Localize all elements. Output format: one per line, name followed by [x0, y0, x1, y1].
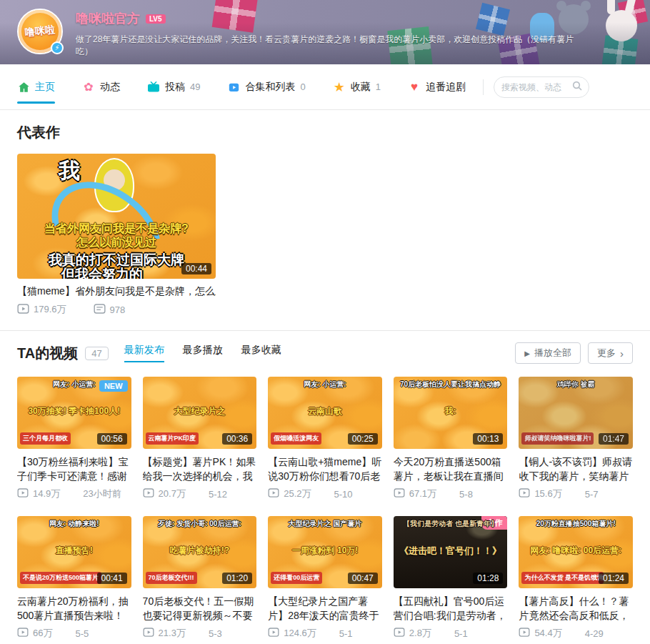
thumb-overlay-text: 【我们是劳动者 也是新青年】 — [396, 519, 506, 529]
tab-latest[interactable]: 最新发布 — [124, 344, 164, 362]
sort-tabs: 最新发布 最多播放 最多收藏 — [124, 344, 281, 362]
video-title[interactable]: 今天20万粉直播送500箱薯片，老板让我在直播间搞点动 — [394, 455, 508, 483]
playlist-icon — [227, 81, 240, 94]
thumb-overlay-text: 当省外网友问我是不是杂牌? — [17, 222, 216, 237]
nav-tab-bangumi[interactable]: ♥ 追番追剧 — [408, 64, 466, 109]
video-stats: 2.8万 5-1 — [394, 627, 508, 640]
video-title[interactable]: 【云南山歌+猫meme】听说30万粉你们想看70后老板唱 — [268, 455, 382, 483]
video-card[interactable]: 鸡哔你 被霸 师叔请笑纳噜咪啦薯片! 01:47 【铜人-该不该罚】师叔请收下我… — [519, 377, 633, 500]
home-icon — [17, 81, 30, 94]
video-card[interactable]: 网友: 小运营: 云南山歌 假烟嗓活泼网友 00:25 【云南山歌+猫meme】… — [268, 377, 382, 500]
video-thumbnail[interactable]: 合作 【我们是劳动者 也是新青年】 《进击吧！官号们！！》 01:28 — [394, 516, 508, 588]
tab-most-favorited[interactable]: 最多收藏 — [241, 344, 281, 362]
plush-rabbit-decoration — [606, 10, 637, 41]
search-input[interactable] — [501, 82, 567, 92]
video-thumbnail[interactable]: 鸡哔你 被霸 师叔请笑纳噜咪啦薯片! 01:47 — [519, 377, 633, 449]
video-stats: 20.7万 5-12 — [143, 487, 257, 500]
play-count-icon — [394, 488, 405, 500]
video-title[interactable]: 【铜人-该不该罚】师叔请收下我的薯片，笑纳薯片的闯关 — [519, 455, 633, 483]
video-stats: 21.3万 5-3 — [143, 627, 257, 640]
featured-stats: 179.6万 978 — [17, 303, 216, 316]
thumb-overlay-text: 三个月每月都收 — [20, 432, 71, 445]
video-card[interactable]: 歹徒: 发货小哥: 00后运营: 吃薯片被劫持!? 70后老板交代!!! 01:… — [143, 516, 257, 640]
video-thumbnail[interactable]: 网友: 动静来啦! 直播预告! 不是说20万粉送500箱薯片 00:41 — [17, 516, 131, 588]
video-card[interactable]: 网友: 动静来啦! 直播预告! 不是说20万粉送500箱薯片 00:41 云南薯… — [17, 516, 131, 640]
video-title[interactable]: 【薯片高反】什么！？薯片竟然还会高反和低反，怪我没早 — [519, 594, 633, 623]
video-card[interactable]: NEW 网友: 小运营: 30万抽奖! 季卡抽100人! 三个月每月都收 00:… — [17, 377, 131, 500]
play-count-icon — [17, 488, 29, 500]
videos-header: TA的视频 47 最新发布 最多播放 最多收藏 ▶ 播放全部 更多 › — [17, 342, 633, 364]
search-icon[interactable] — [571, 80, 583, 94]
space-nav: 主页 ✿ 动态 投稿 49 合集和列表 0 ★ 收藏 1 ♥ 追番追剧 — [0, 64, 650, 110]
nav-divider — [483, 79, 484, 95]
danmaku-count: 978 — [110, 304, 126, 315]
video-card[interactable]: 20万粉直播抽500箱薯片! 网友: 噜咪啦: 00后运营: 为什么不发货 是不… — [519, 516, 633, 640]
tab-most-played[interactable]: 最多播放 — [183, 344, 223, 362]
thumb-overlay-text: 网友: 噜咪啦: 00后运营: — [521, 545, 631, 557]
video-stats: 67.1万 5-8 — [394, 487, 508, 500]
video-thumbnail[interactable]: 70后老板怕没人要让我搞点动静 我: 00:13 — [394, 377, 508, 449]
heart-icon: ♥ — [408, 81, 421, 94]
publish-date: 5-1 — [339, 628, 353, 639]
video-title[interactable]: 70后老板交代！五一假期也要记得更新视频～不要忘记宣传 — [143, 594, 257, 623]
video-stats: 124.6万 5-1 — [268, 627, 382, 640]
video-title[interactable]: 【30万粉丝福利来啦】宝子们季卡可还满意！感谢一路陪 — [17, 455, 131, 483]
video-thumbnail[interactable]: NEW 网友: 小运营: 30万抽奖! 季卡抽100人! 三个月每月都收 00:… — [17, 377, 131, 449]
nav-tab-collections[interactable]: 合集和列表 0 — [227, 64, 305, 109]
play-all-button[interactable]: ▶ 播放全部 — [515, 342, 581, 364]
video-thumbnail[interactable]: 歹徒: 发货小哥: 00后运营: 吃薯片被劫持!? 70后老板交代!!! 01:… — [143, 516, 257, 588]
duration-badge: 00:44 — [181, 263, 211, 274]
video-card[interactable]: 70后老板怕没人要让我搞点动静 我: 00:13 今天20万粉直播送500箱薯片… — [394, 377, 508, 500]
thumb-overlay-text: 我 — [59, 157, 80, 186]
thumb-overlay-text: 云南薯片PK印度 — [146, 432, 199, 445]
user-space-page: 噜咪啦 ⚡ 噜咪啦官方 LV5 做了28年薯片还是没让大家记住的品牌，关注我！看… — [0, 0, 650, 644]
play-count: 179.6万 — [34, 303, 66, 316]
star-icon: ★ — [333, 81, 346, 94]
videos-section-title: TA的视频 — [17, 344, 78, 363]
thumb-overlay-text: 70后老板怕没人要让我搞点动静 — [396, 380, 506, 390]
play-count: 25.2万 — [284, 487, 311, 500]
video-thumbnail[interactable]: 20万粉直播抽500箱薯片! 网友: 噜咪啦: 00后运营: 为什么不发货 是不… — [519, 516, 633, 588]
thumb-overlay-text: 大型纪录片之 — [145, 405, 255, 417]
video-thumbnail[interactable]: 大型纪录片之 云南薯片PK印度 00:36 — [143, 377, 257, 449]
featured-thumbnail[interactable]: 我 当省外网友问我是不是杂牌? 怎么以前没见过 我真的打不过国际大牌 但我会努力… — [17, 154, 216, 279]
play-count: 21.3万 — [159, 627, 186, 640]
video-stats: 54.4万 4-29 — [519, 627, 633, 640]
play-count-icon — [143, 488, 154, 500]
duration-badge: 00:13 — [473, 433, 503, 445]
nav-tab-dynamic[interactable]: ✿ 动态 — [82, 64, 120, 109]
play-count: 14.9万 — [33, 487, 60, 500]
thumb-overlay-text: 70后老板交代!!! — [146, 572, 197, 584]
nav-tab-favorites[interactable]: ★ 收藏 1 — [333, 64, 381, 109]
duration-badge: 01:24 — [599, 573, 629, 584]
duration-badge: 00:36 — [222, 433, 252, 445]
publish-date: 5-5 — [75, 628, 89, 639]
thumb-overlay-text: 师叔请笑纳噜咪啦薯片! — [521, 432, 594, 445]
featured-video-card[interactable]: 我 当省外网友问我是不是杂牌? 怎么以前没见过 我真的打不过国际大牌 但我会努力… — [17, 154, 216, 316]
play-count: 15.6万 — [534, 487, 561, 500]
thumb-overlay-text: 《进击吧！官号们！！》 — [396, 545, 506, 558]
avatar[interactable]: 噜咪啦 ⚡ — [17, 9, 63, 54]
publish-date: 5-3 — [209, 628, 222, 639]
video-title[interactable]: 【五四献礼】官号00后运营们合唱:我们是劳动者，也是新青 — [394, 594, 508, 623]
play-count: 66万 — [33, 627, 52, 640]
thumb-overlay-text: 网友: 小运营: — [19, 380, 129, 390]
video-title[interactable]: 云南薯片20万粉福利，抽500薯片直播预告来啦！等我收假 — [17, 594, 131, 623]
video-card[interactable]: 大型纪录片之 国产薯片 一周涨粉到 10万! 还得看00后运营 00:47 【大… — [268, 516, 382, 640]
video-card[interactable]: 大型纪录片之 云南薯片PK印度 00:36 【标题党】薯片PK！如果给我一次选择… — [143, 377, 257, 500]
publish-date: 5-10 — [334, 489, 353, 500]
thumb-overlay-text: 假烟嗓活泼网友 — [271, 432, 321, 445]
video-title[interactable]: 【标题党】薯片PK！如果给我一次选择的机会，我一定吃噜 — [143, 455, 257, 483]
tv-upload-icon — [147, 81, 160, 94]
featured-video-title[interactable]: 【猫meme】省外朋友问我是不是杂牌，怎么从来没 — [17, 285, 216, 298]
chevron-right-icon: › — [620, 348, 624, 359]
space-search-box[interactable] — [494, 76, 589, 98]
video-thumbnail[interactable]: 网友: 小运营: 云南山歌 假烟嗓活泼网友 00:25 — [268, 377, 382, 449]
thumb-overlay-text: 20万粉直播抽500箱薯片! — [521, 519, 631, 529]
video-thumbnail[interactable]: 大型纪录片之 国产薯片 一周涨粉到 10万! 还得看00后运营 00:47 — [268, 516, 382, 588]
video-card[interactable]: 合作 【我们是劳动者 也是新青年】 《进击吧！官号们！！》 01:28 【五四献… — [394, 516, 508, 640]
video-title[interactable]: 【大型纪录片之国产薯片】28年泼天的富贵终于轮到我啦！ — [268, 594, 382, 623]
more-button[interactable]: 更多 › — [588, 342, 633, 364]
nav-tab-videos[interactable]: 投稿 49 — [147, 64, 200, 109]
nav-tab-home[interactable]: 主页 — [17, 64, 55, 109]
